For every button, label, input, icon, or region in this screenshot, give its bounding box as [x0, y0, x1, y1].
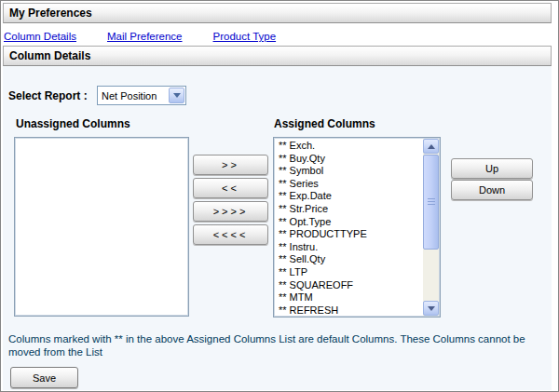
content-area: Select Report : Net Position Unassigned … — [3, 66, 552, 390]
list-item[interactable]: ** Symbol — [276, 165, 422, 178]
list-item[interactable]: ** Str.Price — [276, 203, 422, 216]
list-item[interactable]: ** MTM — [276, 291, 422, 304]
unassigned-columns-listbox[interactable] — [14, 137, 189, 317]
down-button[interactable]: Down — [451, 180, 533, 200]
nav-link[interactable]: Column Details — [4, 31, 76, 42]
list-item[interactable]: ** REFRESH — [276, 304, 422, 315]
list-item[interactable]: ** Sell.Qty — [276, 253, 422, 266]
assigned-columns-listbox[interactable]: ** Exch. ** Buy.Qty ** Symbol ** Series … — [273, 137, 441, 318]
assigned-columns-label: Assigned Columns — [274, 117, 375, 130]
page-title: My Preferences — [9, 7, 92, 20]
list-item[interactable]: ** Opt.Type — [276, 216, 422, 229]
report-select[interactable]: Net Position — [97, 86, 186, 105]
list-item[interactable]: ** Series — [276, 178, 422, 191]
move-right-button[interactable]: >> — [193, 155, 268, 175]
section-title: Column Details — [9, 49, 90, 62]
assigned-columns-list: ** Exch. ** Buy.Qty ** Symbol ** Series … — [276, 140, 422, 315]
scrollbar-thumb[interactable] — [423, 155, 439, 250]
list-item[interactable]: ** Exch. — [276, 140, 422, 153]
select-report-label: Select Report : — [8, 89, 88, 102]
unassigned-columns-label: Unassigned Columns — [16, 117, 130, 130]
preferences-nav: Column Details Mail Preference Product T… — [4, 28, 307, 45]
scroll-up-icon[interactable] — [423, 139, 439, 154]
list-item[interactable]: ** Instru. — [276, 241, 422, 254]
list-item[interactable]: ** Buy.Qty — [276, 153, 422, 166]
thumb-grip-icon — [428, 198, 435, 206]
nav-link[interactable]: Mail Preference — [107, 31, 183, 42]
assigned-list-scrollbar[interactable] — [423, 139, 439, 316]
list-item[interactable]: ** PRODUCTTYPE — [276, 228, 422, 241]
nav-link[interactable]: Product Type — [213, 31, 277, 42]
scrollbar-track[interactable] — [423, 154, 439, 301]
list-item[interactable]: ** LTP — [276, 266, 422, 279]
move-all-right-button[interactable]: >>>> — [193, 201, 268, 222]
unassigned-columns-list — [17, 140, 186, 314]
move-left-button[interactable]: << — [193, 178, 268, 198]
save-button[interactable]: Save — [10, 367, 78, 388]
up-button[interactable]: Up — [451, 158, 533, 179]
chevron-down-icon[interactable] — [169, 88, 184, 103]
preferences-page: My Preferences Column Details Mail Prefe… — [0, 0, 559, 392]
scroll-down-icon[interactable] — [423, 301, 439, 316]
report-select-value: Net Position — [98, 90, 169, 101]
list-item[interactable]: ** Exp.Date — [276, 190, 422, 203]
list-item[interactable]: ** SQUAREOFF — [276, 279, 422, 292]
move-all-left-button[interactable]: <<<< — [193, 224, 268, 245]
default-columns-note: Columns marked with ** in the above Assi… — [8, 332, 547, 358]
section-title-bar: Column Details — [3, 46, 552, 66]
page-title-bar: My Preferences — [3, 3, 552, 23]
